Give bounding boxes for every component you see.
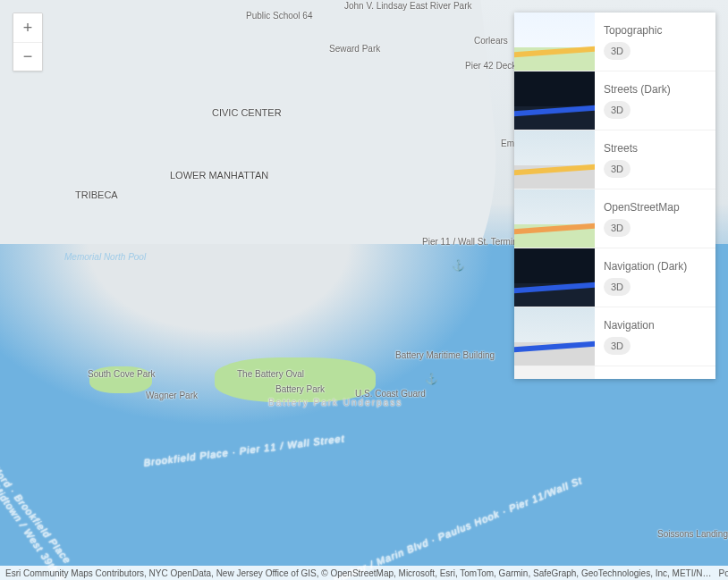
basemap-meta: Navigation (Dark)3D [595,248,715,307]
label-bmb: Battery Maritime Building [395,350,495,360]
basemap-item-streets[interactable]: Streets3D [514,130,715,189]
basemap-title: Topographic [604,24,707,37]
anchor-icon: ⚓ [425,373,438,385]
basemap-title: Streets (Dark) [604,83,707,96]
basemap-item-nav-dark[interactable]: Navigation (Dark)3D [514,248,715,307]
basemap-meta: Navigation3D [595,307,715,366]
badge-3d: 3D [604,160,631,178]
label-south-cove: South Cove Park [88,369,156,379]
basemap-item-streets-dark[interactable]: Streets (Dark)3D [514,71,715,130]
basemap-meta: Streets3D [595,130,715,189]
label-wagner: Wagner Park [146,391,198,400]
label-em: Em [501,139,514,148]
basemap-meta: Topographic3D [595,13,715,71]
label-seward: Seward Park [329,44,380,54]
powered-by[interactable]: Powered by Esri [719,568,729,578]
attribution-text: Esri Community Maps Contributors, NYC Op… [5,568,712,578]
basemap-item-light-gray[interactable]: Light Gray Canvas [514,366,715,379]
label-bp-underpass: Battery Park Underpass [268,398,402,408]
anchor-icon: ⚓ [452,259,465,272]
label-corlears: Corlears [474,36,508,46]
label-soissons: Soissons Landing [657,529,728,539]
label-battery-park: Battery Park [275,384,325,394]
basemap-meta: OpenStreetMap3D [595,189,715,248]
badge-3d: 3D [604,101,631,119]
basemap-thumb [514,307,595,366]
battery-park-area [215,357,376,402]
basemap-item-topographic[interactable]: Topographic3D [514,13,715,71]
label-pier11: Pier 11 / Wall St. Terminal [422,237,524,247]
basemap-thumb [514,248,595,307]
basemap-thumb [514,366,595,379]
basemap-gallery[interactable]: Topographic3DStreets (Dark)3DStreets3DOp… [514,13,715,379]
basemap-title: Navigation (Dark) [604,260,707,273]
basemap-meta: Streets (Dark)3D [595,71,715,130]
zoom-control: + − [13,13,43,71]
basemap-thumb [514,71,595,130]
badge-3d: 3D [604,219,631,237]
attribution-bar: Esri Community Maps Contributors, NYC Op… [0,566,728,580]
basemap-title: OpenStreetMap [604,201,707,214]
basemap-item-osm[interactable]: OpenStreetMap3D [514,189,715,248]
label-lower-manhattan: LOWER MANHATTAN [170,170,268,181]
zoom-in-button[interactable]: + [13,13,42,42]
basemap-item-nav[interactable]: Navigation3D [514,307,715,366]
basemap-thumb [514,13,595,71]
label-ps64: Public School 64 [246,11,313,21]
basemap-title: Navigation [604,319,707,332]
label-pier42: Pier 42 Deck [465,61,516,71]
badge-3d: 3D [604,42,631,60]
zoom-out-button[interactable]: − [13,42,42,71]
basemap-title: Streets [604,142,707,155]
basemap-thumb [514,189,595,248]
label-battery-oval: The Battery Oval [237,369,304,379]
label-tribeca: TRIBECA [75,189,118,200]
label-coast-guard: U.S. Coast Guard [355,389,426,399]
basemap-thumb [514,130,595,189]
badge-3d: 3D [604,278,631,296]
label-memorial: Memorial North Pool [64,252,146,262]
label-jvl: John V. Lindsay East River Park [344,2,471,12]
badge-3d: 3D [604,337,631,355]
basemap-meta: Light Gray Canvas [595,366,715,379]
label-civic: CIVIC CENTER [212,107,282,118]
